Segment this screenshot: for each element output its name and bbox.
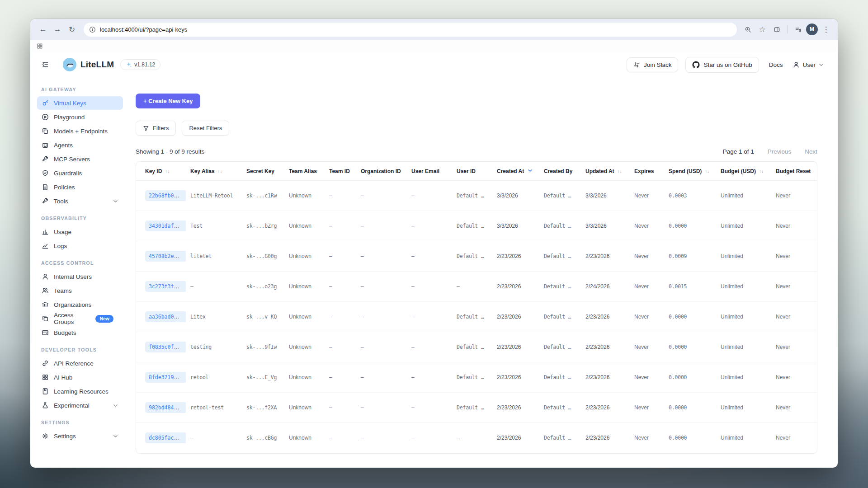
robot-icon bbox=[42, 141, 49, 149]
create-new-key-button[interactable]: + Create New Key bbox=[136, 94, 200, 108]
sidebar-item-internal-users[interactable]: Internal Users bbox=[37, 270, 123, 283]
cell-team-id: – bbox=[325, 423, 356, 453]
table-row[interactable]: 3c273f3f9b…–sk-...o23gUnknown––––2/23/20… bbox=[136, 272, 817, 302]
cell-created-by: Default … bbox=[539, 332, 581, 362]
table-header-row: Key ID↑↓Key Alias↑↓Secret KeyTeam AliasT… bbox=[136, 162, 817, 181]
sidebar-collapse-icon[interactable] bbox=[38, 58, 52, 71]
sidebar-item-models-endpoints[interactable]: Models + Endpoints bbox=[37, 124, 123, 138]
key-id-link[interactable]: dc805fac7d… bbox=[145, 432, 186, 443]
column-header-updated-at[interactable]: Updated At↑↓ bbox=[581, 162, 630, 181]
key-id-link[interactable]: 8fde3719d8… bbox=[145, 372, 186, 383]
sidebar-item-learning-resources[interactable]: Learning Resources bbox=[37, 385, 123, 398]
previous-page-button[interactable]: Previous bbox=[768, 148, 792, 155]
main-content: + Create New Key Filters Reset Filters S… bbox=[136, 77, 838, 468]
copy-icon bbox=[42, 315, 49, 322]
browser-profile-avatar[interactable]: M bbox=[806, 23, 818, 35]
table-row[interactable]: 982bd484c7…retool-testsk-...f2XAUnknown–… bbox=[136, 393, 817, 423]
table-row[interactable]: 34301daf9f…Testsk-...bZrgUnknown–––Defau… bbox=[136, 211, 817, 241]
star-github-button[interactable]: Star us on GitHub bbox=[685, 57, 759, 73]
browser-back-button[interactable]: ← bbox=[36, 22, 50, 37]
cell-user-id: Default … bbox=[452, 362, 492, 393]
cell-organization-id: – bbox=[356, 241, 407, 272]
table-row[interactable]: f0835c0f8d…testingsk-...9fIwUnknown–––De… bbox=[136, 332, 817, 362]
sidebar-item-playground[interactable]: Playground bbox=[37, 110, 123, 124]
key-id-link[interactable]: 982bd484c7… bbox=[145, 402, 186, 413]
table-row[interactable]: 8fde3719d8…retoolsk-...E_VgUnknown–––Def… bbox=[136, 362, 817, 393]
sidebar-item-organizations[interactable]: Organizations bbox=[37, 298, 123, 311]
sidebar: AI Gateway Virtual Keys Playground Model… bbox=[30, 77, 136, 468]
sidebar-item-experimental[interactable]: Experimental bbox=[37, 399, 123, 412]
sidebar-item-teams[interactable]: Teams bbox=[37, 284, 123, 297]
user-menu[interactable]: User bbox=[793, 61, 824, 68]
cell-team-alias: Unknown bbox=[284, 393, 325, 423]
key-id-link[interactable]: aa36bad046… bbox=[145, 311, 186, 322]
sidebar-item-usage[interactable]: Usage bbox=[37, 225, 123, 239]
page-indicator: Page 1 of 1 bbox=[723, 148, 754, 155]
column-header-created-at[interactable]: Created At bbox=[492, 162, 539, 181]
table-row[interactable]: dc805fac7d…–sk-...cBGgUnknown––––2/23/20… bbox=[136, 423, 817, 453]
column-header-budget-usd-[interactable]: Budget (USD)↑↓ bbox=[716, 162, 771, 181]
column-header-key-alias[interactable]: Key Alias↑↓ bbox=[186, 162, 242, 181]
key-id-link[interactable]: 34301daf9f… bbox=[145, 221, 186, 231]
join-slack-button[interactable]: Join Slack bbox=[627, 57, 679, 72]
sidebar-item-virtual-keys[interactable]: Virtual Keys bbox=[37, 96, 123, 110]
column-header-user-id: User ID bbox=[452, 162, 492, 181]
browser-forward-button[interactable]: → bbox=[50, 22, 65, 37]
column-header-key-id[interactable]: Key ID↑↓ bbox=[136, 162, 186, 181]
docs-link[interactable]: Docs bbox=[769, 61, 783, 68]
cell-updated-at: 2/23/2026 bbox=[581, 332, 630, 362]
sidebar-item-policies[interactable]: Policies bbox=[37, 180, 123, 194]
reset-filters-button[interactable]: Reset Filters bbox=[182, 121, 229, 136]
cell-team-id: – bbox=[325, 332, 356, 362]
column-header-spend-usd-[interactable]: Spend (USD)↑↓ bbox=[664, 162, 716, 181]
key-id-link[interactable]: 45708b2ee4… bbox=[145, 251, 186, 262]
sidebar-item-settings[interactable]: Settings bbox=[37, 429, 123, 443]
cell-created-by: Default … bbox=[539, 393, 581, 423]
sidebar-item-label: Virtual Keys bbox=[54, 100, 86, 107]
cell-user-id: Default … bbox=[452, 241, 492, 272]
new-badge: New bbox=[95, 315, 113, 323]
sidebar-item-logs[interactable]: Logs bbox=[37, 239, 123, 253]
cell-secret-key: sk-...bZrg bbox=[242, 211, 284, 241]
column-header-expires: Expires bbox=[630, 162, 664, 181]
key-id-link[interactable]: 3c273f3f9b… bbox=[145, 281, 186, 292]
zoom-icon[interactable] bbox=[741, 23, 754, 36]
sidebar-item-mcp-servers[interactable]: MCP Servers bbox=[37, 152, 123, 166]
sidebar-item-api-reference[interactable]: API Reference bbox=[37, 357, 123, 370]
app-body: AI Gateway Virtual Keys Playground Model… bbox=[30, 77, 838, 468]
table-row[interactable]: 22b68fb0f0…LiteLLM-Retoolsk-...c1RwUnkno… bbox=[136, 181, 817, 211]
reading-list-icon[interactable] bbox=[792, 23, 804, 36]
filters-button[interactable]: Filters bbox=[136, 121, 176, 136]
table-row[interactable]: 45708b2ee4…litetetsk-...G00gUnknown–––De… bbox=[136, 241, 817, 272]
sidebar-item-tools[interactable]: Tools bbox=[37, 194, 123, 208]
cell-updated-at: 2/23/2026 bbox=[581, 393, 630, 423]
sidebar-item-label: Playground bbox=[54, 114, 85, 121]
key-id-link[interactable]: f0835c0f8d… bbox=[145, 342, 186, 352]
sidebar-item-budgets[interactable]: Budgets bbox=[37, 326, 123, 339]
cell-spend: 0.0009 bbox=[664, 241, 716, 272]
site-info-icon[interactable] bbox=[89, 26, 96, 33]
cell-key-alias: – bbox=[186, 423, 242, 453]
user-icon bbox=[42, 273, 49, 280]
side-panel-icon[interactable] bbox=[770, 23, 783, 36]
cell-user-email: – bbox=[407, 393, 452, 423]
sidebar-item-label: Models + Endpoints bbox=[54, 128, 108, 135]
key-id-link[interactable]: 22b68fb0f0… bbox=[145, 190, 186, 201]
cell-budget-reset: Never bbox=[771, 332, 817, 362]
sidebar-item-ai-hub[interactable]: AI Hub bbox=[37, 371, 123, 384]
browser-reload-button[interactable]: ↻ bbox=[65, 22, 79, 37]
sidebar-item-agents[interactable]: Agents bbox=[37, 138, 123, 152]
bookmark-star-icon[interactable]: ☆ bbox=[756, 23, 769, 36]
address-bar[interactable]: localhost:4000/ui/?page=api-keys bbox=[84, 23, 737, 37]
sidebar-item-label: Learning Resources bbox=[54, 388, 108, 395]
url-text: localhost:4000/ui/?page=api-keys bbox=[100, 26, 187, 33]
browser-menu-icon[interactable]: ⋮ bbox=[820, 23, 832, 36]
sort-icon: ↑↓ bbox=[165, 169, 170, 174]
table-row[interactable]: aa36bad046…Litexsk-...v-KQUnknown–––Defa… bbox=[136, 302, 817, 332]
column-header-team-id: Team ID bbox=[325, 162, 356, 181]
cell-budget: Unlimited bbox=[716, 272, 771, 302]
next-page-button[interactable]: Next bbox=[805, 148, 817, 155]
sidebar-item-access-groups[interactable]: Access Groups New bbox=[37, 312, 123, 325]
sidebar-item-guardrails[interactable]: Guardrails bbox=[37, 166, 123, 180]
tab-groups-icon[interactable] bbox=[37, 43, 43, 49]
